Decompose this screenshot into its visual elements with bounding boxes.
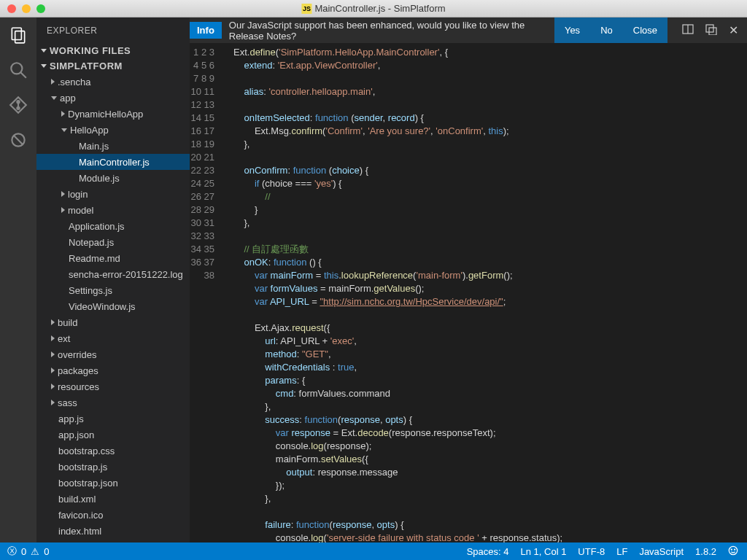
search-icon[interactable] <box>8 60 28 80</box>
tree-item-label: packages <box>58 365 98 376</box>
indent-status[interactable]: Spaces: 4 <box>467 546 509 557</box>
info-badge: Info <box>190 22 222 39</box>
errors-count[interactable]: 0 <box>21 546 26 557</box>
tree-item-label: app.json <box>58 429 94 440</box>
working-files-section[interactable]: WORKING FILES <box>36 43 190 58</box>
activity-bar <box>0 18 36 542</box>
sidebar: EXPLORER WORKING FILES SIMPLATFORM .senc… <box>36 18 190 542</box>
tree-item-label: .sencha <box>58 77 91 88</box>
tree-item-label: build <box>58 317 77 328</box>
tree-item-label: VideoWindow.js <box>69 301 136 312</box>
explorer-header: EXPLORER <box>36 18 190 43</box>
cursor-position[interactable]: Ln 1, Col 1 <box>520 546 566 557</box>
tree-item[interactable]: ext <box>36 330 190 346</box>
tree-item[interactable]: Settings.js <box>36 282 190 298</box>
svg-point-2 <box>11 63 22 74</box>
encoding-status[interactable]: UTF-8 <box>578 546 605 557</box>
window-controls <box>0 4 45 13</box>
minimize-window-button[interactable] <box>22 4 31 13</box>
tree-item[interactable]: app.js <box>36 411 190 427</box>
notification-bar: Info Our JavaScript support has been enh… <box>190 18 747 43</box>
git-icon[interactable] <box>8 95 28 115</box>
tree-item[interactable]: MainController.js <box>36 154 190 170</box>
tree-item[interactable]: packages <box>36 362 190 378</box>
project-label: SIMPLATFORM <box>50 61 123 71</box>
editor-area: Info Our JavaScript support has been enh… <box>190 18 747 542</box>
window-title: JS MainController.js - SimPlatform <box>301 3 445 14</box>
warnings-icon[interactable]: ⚠ <box>31 546 39 557</box>
tree-item[interactable]: Module.js <box>36 170 190 186</box>
tree-item-label: favicon.ico <box>58 510 103 521</box>
version-status[interactable]: 1.8.2 <box>695 546 716 557</box>
warnings-count[interactable]: 0 <box>44 546 49 557</box>
tree-item[interactable]: app.json <box>36 427 190 443</box>
tree-item[interactable]: overrides <box>36 346 190 362</box>
tree-item[interactable]: Application.js <box>36 218 190 234</box>
svg-line-8 <box>14 136 23 145</box>
language-status[interactable]: JavaScript <box>639 546 684 557</box>
tree-item[interactable]: sass <box>36 394 190 411</box>
tree-item-label: Application.js <box>69 221 125 232</box>
tree-item[interactable]: bootstrap.js <box>36 459 190 475</box>
maximize-window-button[interactable] <box>36 4 45 13</box>
tree-item-label: HelloApp <box>70 125 109 136</box>
tree-item[interactable]: build <box>36 314 190 330</box>
tree-item-label: overrides <box>58 349 96 360</box>
close-notif-button[interactable]: Close <box>623 18 667 43</box>
tree-item[interactable]: app <box>36 90 190 106</box>
tree-item-label: app <box>60 93 76 104</box>
no-button[interactable]: No <box>590 18 623 43</box>
yes-button[interactable]: Yes <box>554 18 590 43</box>
tree-item[interactable]: Notepad.js <box>36 234 190 250</box>
tree-item-label: login <box>68 189 88 200</box>
tree-item-label: bootstrap.js <box>58 462 107 472</box>
tree-item[interactable]: build.xml <box>36 491 190 507</box>
working-files-label: WORKING FILES <box>50 45 131 56</box>
tree-item-label: bootstrap.json <box>58 478 118 489</box>
tree-item[interactable]: login <box>36 186 190 202</box>
line-gutter: 1 2 3 4 5 6 7 8 9 10 11 12 13 14 15 16 1… <box>190 43 225 542</box>
tree-item[interactable]: bootstrap.css <box>36 443 190 459</box>
svg-line-3 <box>20 72 26 78</box>
tree-item[interactable]: DynamicHelloApp <box>36 106 190 122</box>
debug-icon[interactable] <box>8 130 28 150</box>
tree-item-label: build.xml <box>58 494 96 505</box>
tree-item[interactable]: .sencha <box>36 74 190 90</box>
code-editor[interactable]: 1 2 3 4 5 6 7 8 9 10 11 12 13 14 15 16 1… <box>190 43 747 542</box>
svg-rect-12 <box>709 28 716 35</box>
tree-item[interactable]: bootstrap.json <box>36 475 190 491</box>
explorer-icon[interactable] <box>8 25 28 45</box>
notification-text: Our JavaScript support has been enhanced… <box>222 20 554 42</box>
file-tree: .senchaappDynamicHelloAppHelloAppMain.js… <box>36 74 190 542</box>
tree-item[interactable]: favicon.ico <box>36 507 190 523</box>
feedback-icon[interactable] <box>728 545 738 558</box>
project-section[interactable]: SIMPLATFORM <box>36 58 190 74</box>
tree-item[interactable]: HelloApp <box>36 122 190 138</box>
tree-item[interactable]: index.html <box>36 523 190 539</box>
code-content[interactable]: Ext.define('SimPlatform.HelloApp.MainCon… <box>225 43 747 542</box>
tree-item-label: Notepad.js <box>69 237 114 248</box>
tree-item-label: Main.js <box>79 141 109 152</box>
tree-item[interactable]: Main.js <box>36 138 190 154</box>
tree-item[interactable]: Readme.md <box>36 250 190 266</box>
editor-actions: ✕ <box>682 23 747 37</box>
svg-rect-11 <box>706 25 713 32</box>
tree-item-label: DynamicHelloApp <box>68 109 143 120</box>
split-editor-icon[interactable] <box>682 23 694 37</box>
close-window-button[interactable] <box>7 4 16 13</box>
tree-item-label: model <box>68 205 93 216</box>
eol-status[interactable]: LF <box>616 546 627 557</box>
open-changes-icon[interactable] <box>705 23 717 37</box>
svg-rect-1 <box>15 31 25 43</box>
tree-item[interactable]: resources <box>36 378 190 394</box>
tree-item[interactable]: VideoWindow.js <box>36 298 190 314</box>
status-bar: ⓧ0 ⚠0 Spaces: 4 Ln 1, Col 1 UTF-8 LF Jav… <box>0 542 747 560</box>
tree-item[interactable]: sencha-error-20151222.log <box>36 266 190 282</box>
close-x-icon[interactable]: ✕ <box>729 23 738 37</box>
errors-icon[interactable]: ⓧ <box>7 545 17 558</box>
tree-item-label: Settings.js <box>69 285 112 296</box>
tree-item-label: app.js <box>58 413 84 424</box>
tree-item-label: resources <box>58 381 99 392</box>
tree-item[interactable]: model <box>36 202 190 218</box>
tree-item-label: ext <box>58 333 70 344</box>
